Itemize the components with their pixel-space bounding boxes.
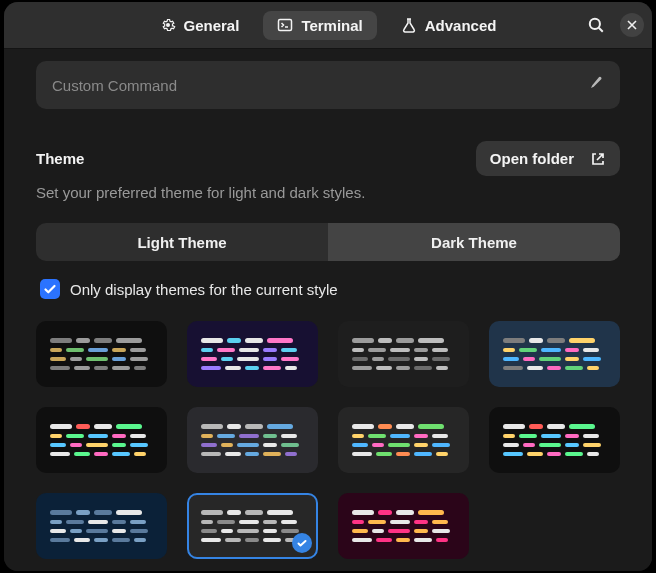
filter-checkbox[interactable] bbox=[40, 279, 60, 299]
svg-point-1 bbox=[590, 19, 600, 29]
edit-icon[interactable] bbox=[588, 75, 604, 95]
theme-section-header: Theme Open folder bbox=[36, 141, 620, 176]
external-link-icon bbox=[590, 151, 606, 167]
tab-advanced[interactable]: Advanced bbox=[387, 11, 511, 40]
tab-general-label: General bbox=[184, 17, 240, 34]
close-button[interactable] bbox=[620, 13, 644, 37]
theme-card[interactable] bbox=[187, 407, 318, 473]
theme-card[interactable] bbox=[36, 321, 167, 387]
search-icon bbox=[587, 16, 605, 34]
custom-command-input[interactable] bbox=[52, 77, 578, 94]
custom-command-row[interactable] bbox=[36, 61, 620, 109]
segment-dark-label: Dark Theme bbox=[431, 234, 517, 251]
gear-icon bbox=[160, 17, 176, 33]
segment-light[interactable]: Light Theme bbox=[36, 223, 328, 261]
header-tabs: General Terminal Advanced bbox=[146, 11, 511, 40]
theme-card[interactable] bbox=[489, 321, 620, 387]
theme-card[interactable] bbox=[36, 493, 167, 559]
open-folder-button[interactable]: Open folder bbox=[476, 141, 620, 176]
tab-advanced-label: Advanced bbox=[425, 17, 497, 34]
header-actions bbox=[584, 13, 644, 37]
theme-card[interactable] bbox=[36, 407, 167, 473]
selected-badge bbox=[292, 533, 312, 553]
preferences-window: General Terminal Advanced bbox=[4, 2, 652, 571]
header-bar: General Terminal Advanced bbox=[4, 2, 652, 49]
tab-terminal-label: Terminal bbox=[301, 17, 362, 34]
theme-title: Theme bbox=[36, 150, 84, 167]
segment-dark[interactable]: Dark Theme bbox=[328, 223, 620, 261]
theme-style-switcher: Light Theme Dark Theme bbox=[36, 223, 620, 261]
tab-terminal[interactable]: Terminal bbox=[263, 11, 376, 40]
tab-general[interactable]: General bbox=[146, 11, 254, 40]
svg-rect-0 bbox=[279, 20, 292, 31]
filter-row: Only display themes for the current styl… bbox=[36, 279, 620, 299]
search-button[interactable] bbox=[584, 13, 608, 37]
terminal-icon bbox=[277, 17, 293, 33]
segment-light-label: Light Theme bbox=[137, 234, 226, 251]
content-area: Theme Open folder Set your preferred the… bbox=[4, 49, 652, 571]
flask-icon bbox=[401, 17, 417, 33]
themes-grid bbox=[36, 321, 620, 559]
theme-card[interactable] bbox=[338, 407, 469, 473]
filter-label: Only display themes for the current styl… bbox=[70, 281, 338, 298]
close-icon bbox=[627, 20, 637, 30]
theme-card[interactable] bbox=[187, 321, 318, 387]
check-icon bbox=[43, 282, 57, 296]
theme-card[interactable] bbox=[489, 407, 620, 473]
theme-card[interactable] bbox=[338, 321, 469, 387]
theme-card[interactable] bbox=[187, 493, 318, 559]
open-folder-label: Open folder bbox=[490, 150, 574, 167]
theme-description: Set your preferred theme for light and d… bbox=[36, 184, 620, 201]
theme-card[interactable] bbox=[338, 493, 469, 559]
